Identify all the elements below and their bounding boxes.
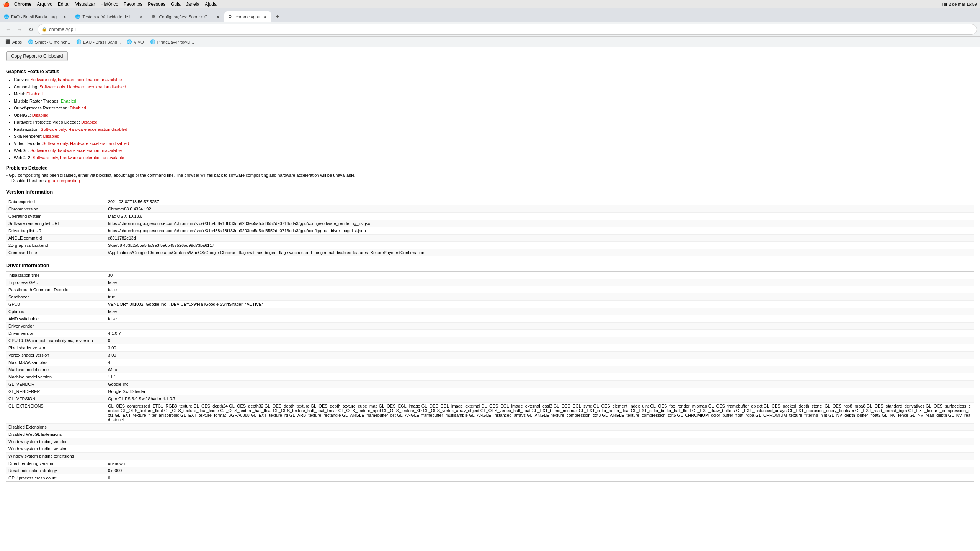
menu-favoritos[interactable]: Favoritos	[124, 2, 142, 7]
tab-1[interactable]: 🌐 FAQ - Brasil Banda Larg... ✕	[0, 11, 71, 22]
menu-janela[interactable]: Janela	[186, 2, 199, 7]
feature-metal: Metal: Disabled	[14, 91, 974, 97]
driver-row-label: Machine model name	[6, 366, 106, 373]
back-button[interactable]: ←	[3, 24, 13, 34]
new-tab-button[interactable]: +	[272, 11, 283, 22]
driver-row: Disabled WebGL Extensions	[6, 431, 974, 438]
driver-table: Initialization time30In-process GPUfalse…	[6, 271, 974, 482]
bookmark-eaq[interactable]: 🌐 EAQ - Brasil Band...	[74, 39, 123, 45]
version-information-title: Version Information	[6, 189, 974, 195]
version-row: Data exported2021-03-02T18:56:57.525Z	[6, 198, 974, 205]
driver-row-value: false	[106, 279, 974, 286]
driver-row: Reset notification strategy0x0000	[6, 467, 974, 474]
driver-row-label: GL_VENDOR	[6, 381, 106, 388]
driver-row-value: VENDOR= 0x1002 [Google Inc.], DEVICE=0x9…	[106, 301, 974, 308]
forward-button[interactable]: →	[15, 24, 24, 34]
version-row-label: Software rendering list URL	[6, 220, 106, 227]
reload-button[interactable]: ↻	[26, 24, 36, 34]
version-row-value: /Applications/Google Chrome.app/Contents…	[106, 249, 974, 256]
tab-3-close[interactable]: ✕	[215, 14, 220, 20]
tab-3-title: Configurações: Sobre o Googl...	[159, 15, 213, 19]
lock-icon: 🔒	[42, 27, 47, 32]
driver-row-label: Direct rendering version	[6, 460, 106, 467]
feature-compositing-value: Software only. Hardware acceleration dis…	[39, 85, 126, 89]
address-text: chrome://gpu	[49, 27, 76, 32]
menu-historico[interactable]: Histórico	[100, 2, 118, 7]
feature-video-decode-value: Software only. Hardware acceleration dis…	[42, 141, 129, 146]
driver-row-value: 4	[106, 359, 974, 366]
menu-pessoas[interactable]: Pessoas	[148, 2, 165, 7]
driver-row-label: Window system binding version	[6, 445, 106, 453]
menu-arquivo[interactable]: Arquivo	[37, 2, 52, 7]
tab-2-title: Teste sua Velocidade de Inter...	[82, 15, 137, 19]
tab-3[interactable]: ⚙ Configurações: Sobre o Googl... ✕	[148, 11, 224, 22]
driver-row: Vertex shader version3.00	[6, 352, 974, 359]
feature-video-decode: Video Decode: Software only. Hardware ac…	[14, 140, 974, 147]
driver-row: Driver version4.1.0.7	[6, 330, 974, 337]
tab-4-close[interactable]: ✕	[262, 14, 268, 20]
bookmark-apps[interactable]: ⬛ Apps	[3, 39, 24, 45]
menu-editar[interactable]: Editar	[58, 2, 70, 7]
page-content: Copy Report to Clipboard Graphics Featur…	[0, 47, 980, 551]
version-row-value: Skia/88 433b2a55a5fbc9e3f5a6b457526ad99d…	[106, 242, 974, 249]
mac-menubar: 🍎 Chrome Arquivo Editar Visualizar Histó…	[0, 0, 980, 8]
version-row-value: https://chromium.googlesource.com/chromi…	[106, 227, 974, 235]
driver-row-value: 30	[106, 272, 974, 279]
feature-metal-value: Disabled	[26, 91, 43, 96]
address-bar[interactable]: 🔒 chrome://gpu	[38, 24, 977, 35]
version-row-label: Data exported	[6, 198, 106, 205]
driver-information-title: Driver Information	[6, 262, 974, 268]
driver-row: Direct rendering versionunknown	[6, 460, 974, 467]
driver-row: GL_RENDERERGoogle SwiftShader	[6, 388, 974, 395]
bookmark-apps-label: Apps	[12, 40, 22, 44]
version-row-label: Operating system	[6, 213, 106, 220]
bookmark-simet[interactable]: 🌐 Simet - O melhor...	[26, 39, 72, 45]
tab-2-favicon: 🌐	[75, 14, 80, 20]
driver-row-label: GPU process crash count	[6, 474, 106, 482]
feature-skia-renderer: Skia Renderer: Disabled	[14, 133, 974, 140]
menu-chrome[interactable]: Chrome	[14, 2, 31, 7]
version-row: Chrome versionChrome/88.0.4324.192	[6, 205, 974, 213]
version-row-label: Command Line	[6, 249, 106, 256]
bookmark-vivo[interactable]: 🌐 VIVO	[124, 39, 146, 45]
version-row: 2D graphics backendSkia/88 433b2a55a5fbc…	[6, 242, 974, 249]
driver-row: GL_VENDORGoogle Inc.	[6, 381, 974, 388]
driver-row-value	[106, 431, 974, 438]
driver-row-value: false	[106, 315, 974, 323]
bookmark-piratebay[interactable]: 🌐 PirateBay-ProxyLi...	[148, 39, 196, 45]
feature-video-decode-label: Video Decode:	[14, 141, 42, 146]
menu-guia[interactable]: Guia	[171, 2, 180, 7]
driver-row-label: AMD switchable	[6, 315, 106, 323]
copy-report-button[interactable]: Copy Report to Clipboard	[6, 51, 68, 61]
version-row-label: 2D graphics backend	[6, 242, 106, 249]
version-row-value: c8011782e13d	[106, 235, 974, 242]
apple-menu[interactable]: 🍎	[3, 1, 10, 7]
tab-1-close[interactable]: ✕	[62, 14, 67, 20]
version-row-value: https://chromium.googlesource.com/chromi…	[106, 220, 974, 227]
version-row: Command Line/Applications/Google Chrome.…	[6, 249, 974, 256]
feature-raster-threads-value: Enabled	[61, 99, 76, 103]
driver-row: Machine model nameiMac	[6, 366, 974, 373]
problems-detected-title: Problems Detected	[6, 165, 974, 171]
tab-1-title: FAQ - Brasil Banda Larg...	[11, 15, 60, 19]
feature-metal-label: Metal:	[14, 91, 26, 96]
menu-visualizar[interactable]: Visualizar	[75, 2, 95, 7]
tab-4[interactable]: ⚙ chrome://gpu ✕	[224, 11, 271, 22]
version-row-value: Chrome/88.0.4324.192	[106, 205, 974, 213]
driver-row-label: Reset notification strategy	[6, 467, 106, 474]
graphics-feature-status-title: Graphics Feature Status	[6, 69, 974, 74]
driver-row-value: iMac	[106, 366, 974, 373]
menubar-time: Ter 2 de mar 15:59	[942, 2, 977, 7]
driver-row-value: unknown	[106, 460, 974, 467]
feature-skia-renderer-value: Disabled	[43, 134, 59, 139]
driver-row-value: false	[106, 308, 974, 315]
tab-2-close[interactable]: ✕	[139, 14, 144, 20]
feature-hw-video-decode: Hardware Protected Video Decode: Disable…	[14, 119, 974, 126]
problem-text: • Gpu compositing has been disabled, eit…	[6, 173, 974, 178]
driver-row-label: Machine model version	[6, 373, 106, 381]
tab-2[interactable]: 🌐 Teste sua Velocidade de Inter... ✕	[71, 11, 148, 22]
driver-row-value: true	[106, 293, 974, 301]
driver-row-label: In-process GPU	[6, 279, 106, 286]
menu-ajuda[interactable]: Ajuda	[205, 2, 217, 7]
driver-row: Sandboxedtrue	[6, 293, 974, 301]
